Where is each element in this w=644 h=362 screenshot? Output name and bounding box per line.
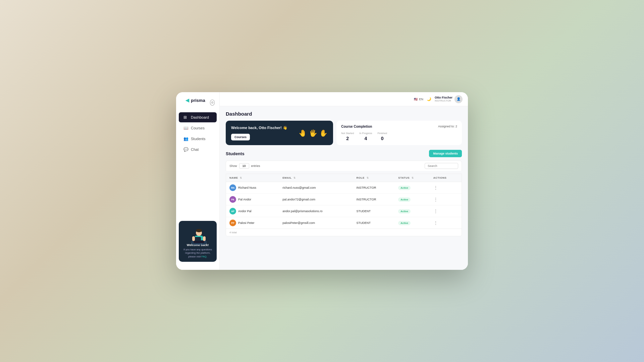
table-row: RN Richard Nuss richard.nuss@gmail.com I…: [226, 182, 462, 194]
dashboard-icon: ⊞: [183, 115, 188, 120]
faq-link[interactable]: FAQ.: [202, 255, 207, 258]
cell-email: pal.andor72@gmail.com: [279, 194, 353, 205]
col-role[interactable]: ROLE ⇅: [353, 174, 395, 182]
status-badge: Active: [398, 186, 411, 190]
sidebar-item-students[interactable]: 👥 Students: [179, 134, 217, 144]
actions-menu-icon[interactable]: ⋮: [433, 185, 438, 190]
col-actions: ACTIONS: [430, 174, 462, 182]
sidebar: ◀ prisma ⚙ ⊞ Dashboard 📖 Courses 👥 Stude…: [176, 92, 220, 270]
sidebar-item-chat[interactable]: 💬 Chat: [179, 144, 217, 155]
welcome-banner: Welcome back, Otto Fischer! 👋 Courses 🤚🖐…: [226, 121, 333, 145]
student-name: Pal Andor: [238, 198, 251, 201]
students-icon: 👥: [183, 136, 188, 141]
col-status[interactable]: STATUS ⇅: [395, 174, 430, 182]
cell-name: PA Pal Andor: [226, 194, 279, 205]
table-row: PA Pal Andor pal.andor72@gmail.com INSTR…: [226, 194, 462, 205]
user-avatar: PA: [229, 196, 236, 203]
cell-actions[interactable]: ⋮: [430, 194, 462, 205]
sidebar-item-label: Students: [191, 137, 205, 141]
svg-rect-6: [192, 236, 195, 241]
cell-role: INSTRUCTOR: [353, 194, 395, 205]
stat-label: Finished: [377, 132, 387, 135]
person-illustration: [190, 225, 206, 243]
help-card: Welcome back! If you have any questions …: [179, 221, 217, 262]
actions-menu-icon[interactable]: ⋮: [433, 208, 438, 214]
entries-control: Show entries: [229, 163, 260, 169]
app-name: prisma: [191, 98, 205, 103]
show-label: Show: [229, 164, 237, 168]
section-title: Students: [226, 151, 245, 156]
table-row: PP Palosi Peter palosiPeter@gmsill.com S…: [226, 217, 462, 229]
stat-value: 2: [341, 136, 354, 141]
logo-arrow-icon: ◀: [185, 98, 189, 103]
total-count: 4 total: [226, 229, 462, 236]
completion-card: Course Completion Assigned to: 2 Not Sta…: [336, 121, 462, 145]
cell-status: Active: [395, 205, 430, 217]
page-title: Dashboard: [226, 111, 462, 117]
entries-label: entries: [251, 164, 260, 168]
status-badge: Active: [398, 209, 411, 214]
students-table: NAME ⇅ EMAIL ⇅ ROLE ⇅ STATUS ⇅ ACTIONS R…: [226, 174, 462, 229]
student-name: Richard Nuss: [238, 186, 256, 189]
completion-title: Course Completion: [341, 125, 372, 128]
actions-menu-icon[interactable]: ⋮: [433, 197, 438, 202]
section-header: Students Manage students: [226, 150, 462, 157]
cell-actions[interactable]: ⋮: [430, 182, 462, 194]
col-email[interactable]: EMAIL ⇅: [279, 174, 353, 182]
top-header: 🇺🇸 EN 🌙 Otto Fischer INSTRUCTOR 👤: [220, 92, 468, 106]
stat-value: 0: [377, 136, 387, 141]
students-section: Students Manage students Show entries: [226, 150, 462, 236]
user-avatar: AP: [229, 208, 236, 215]
user-avatar: RN: [229, 184, 236, 191]
sidebar-item-label: Chat: [191, 147, 199, 152]
sidebar-item-label: Courses: [191, 126, 205, 130]
stat-finished: Finished 0: [377, 132, 387, 141]
courses-button[interactable]: Courses: [231, 134, 250, 140]
actions-menu-icon[interactable]: ⋮: [433, 220, 438, 226]
user-avatar: PP: [229, 220, 236, 226]
table-header-row: NAME ⇅ EMAIL ⇅ ROLE ⇅ STATUS ⇅ ACTIONS: [226, 174, 462, 182]
stat-value: 4: [359, 136, 372, 141]
stat-not-started: Not Started 2: [341, 132, 354, 141]
cell-status: Active: [395, 194, 430, 205]
entries-input[interactable]: [239, 163, 249, 169]
stat-label: Not Started: [341, 132, 354, 135]
assigned-label: Assigned to: 2: [438, 125, 457, 128]
app-logo: ◀ prisma: [181, 98, 210, 108]
stat-label: In Progress: [359, 132, 372, 135]
sidebar-item-label: Dashboard: [191, 115, 209, 119]
language-label: EN: [419, 98, 423, 101]
table-controls: Show entries: [226, 161, 462, 171]
sidebar-item-courses[interactable]: 📖 Courses: [179, 123, 217, 133]
courses-icon: 📖: [183, 126, 188, 130]
sidebar-nav: ⊞ Dashboard 📖 Courses 👥 Students 💬 Chat: [176, 112, 219, 155]
flag-icon: 🇺🇸: [414, 98, 418, 101]
main-content: 🇺🇸 EN 🌙 Otto Fischer INSTRUCTOR 👤 Dashbo…: [220, 92, 468, 270]
chat-icon: 💬: [183, 147, 188, 152]
status-badge: Active: [398, 197, 411, 202]
user-role: INSTRUCTOR: [435, 99, 452, 102]
stat-in-progress: In Progress 4: [359, 132, 372, 141]
cell-email: richard.nuss@gmail.com: [279, 182, 353, 194]
cell-name: PP Palosi Peter: [226, 217, 279, 229]
cell-actions[interactable]: ⋮: [430, 205, 462, 217]
svg-rect-7: [203, 236, 206, 241]
svg-point-5: [196, 229, 202, 232]
theme-toggle[interactable]: 🌙: [427, 97, 431, 101]
cell-status: Active: [395, 182, 430, 194]
manage-students-button[interactable]: Manage students: [429, 150, 462, 157]
language-selector[interactable]: 🇺🇸 EN: [414, 98, 423, 101]
status-badge: Active: [398, 221, 411, 225]
students-table-wrap: NAME ⇅ EMAIL ⇅ ROLE ⇅ STATUS ⇅ ACTIONS R…: [226, 174, 462, 236]
settings-icon[interactable]: ⚙: [210, 100, 215, 106]
student-name: Palosi Peter: [238, 221, 255, 225]
col-name[interactable]: NAME ⇅: [226, 174, 279, 182]
stats-row: Welcome back, Otto Fischer! 👋 Courses 🤚🖐…: [226, 121, 462, 145]
sidebar-item-dashboard[interactable]: ⊞ Dashboard: [179, 112, 217, 122]
page-content: Dashboard Welcome back, Otto Fischer! 👋 …: [220, 106, 468, 270]
search-input[interactable]: [425, 163, 458, 169]
cell-actions[interactable]: ⋮: [430, 217, 462, 229]
completion-stats: Not Started 2 In Progress 4 Finished 0: [341, 132, 457, 141]
avatar[interactable]: 👤: [454, 95, 463, 103]
cell-status: Active: [395, 217, 430, 229]
